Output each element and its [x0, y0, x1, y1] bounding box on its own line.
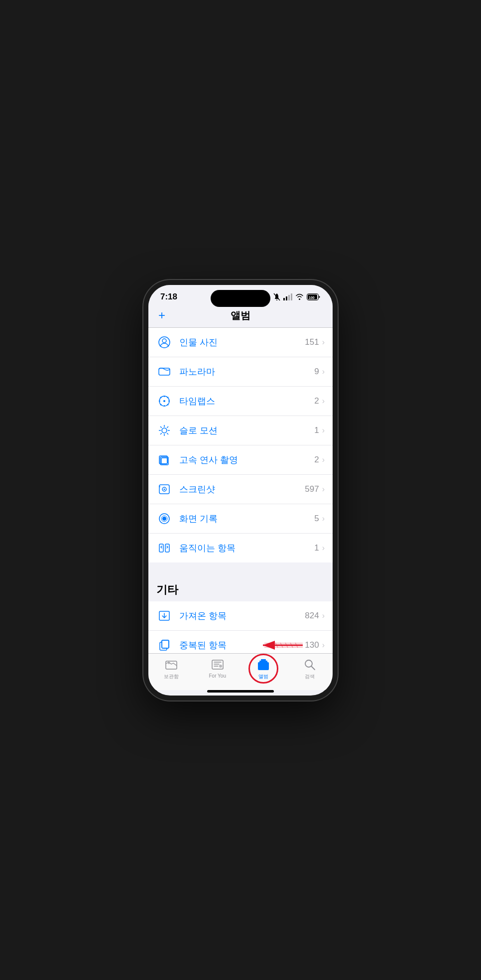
svg-point-21 — [162, 428, 167, 433]
duplicate-icon — [156, 637, 172, 653]
imports-chevron: › — [322, 611, 325, 620]
animated-chevron: › — [322, 544, 325, 553]
library-tab-label: 보관함 — [164, 673, 179, 680]
burst-count: 2 — [314, 455, 319, 465]
library-tab-icon — [164, 658, 178, 672]
svg-rect-3 — [288, 295, 290, 300]
duplicates-chevron: › — [322, 641, 325, 650]
screenshot-label: 스크린샷 — [179, 483, 305, 495]
timelapse-count: 2 — [314, 396, 319, 406]
tab-bar: 보관함 For You 앨범 — [148, 653, 333, 690]
content-scroll[interactable]: 인물 사진 151 › 파노라마 9 › — [148, 328, 333, 653]
timelapse-icon — [156, 393, 172, 409]
screenrecord-icon — [156, 511, 172, 527]
list-item-portraits[interactable]: 인물 사진 151 › — [148, 328, 333, 357]
svg-rect-66 — [261, 659, 266, 661]
portraits-label: 인물 사진 — [179, 336, 305, 348]
burst-label: 고속 연사 촬영 — [179, 454, 314, 466]
imports-label: 가져온 항목 — [179, 610, 305, 622]
svg-rect-62 — [212, 660, 223, 669]
svg-rect-64 — [258, 662, 269, 670]
wifi-icon — [295, 293, 304, 300]
panorama-count: 9 — [314, 367, 319, 377]
screenshot-icon — [156, 481, 172, 497]
svg-point-63 — [219, 665, 222, 668]
list-item-timelapse[interactable]: 타임랩스 2 › — [148, 387, 333, 416]
burst-chevron: › — [322, 455, 325, 464]
albums-tab-label: 앨범 — [258, 673, 268, 680]
list-item-screenshot[interactable]: 스크린샷 597 › — [148, 475, 333, 504]
search-tab-icon — [303, 658, 317, 672]
list-item-burst[interactable]: 고속 연사 촬영 2 › — [148, 445, 333, 475]
add-album-button[interactable]: + — [158, 308, 165, 322]
list-item-slowmo[interactable]: 슬로 모션 1 › — [148, 416, 333, 445]
screenshot-count: 597 — [305, 484, 319, 494]
svg-rect-60 — [166, 661, 177, 669]
panorama-chevron: › — [322, 367, 325, 376]
timelapse-chevron: › — [322, 397, 325, 406]
other-section: 가져온 항목 824 › 중복된 항목 — [148, 601, 333, 653]
battery-icon: 100 — [307, 293, 321, 300]
screenrecord-chevron: › — [322, 514, 325, 523]
svg-text:100: 100 — [309, 295, 315, 299]
tab-library[interactable]: 보관함 — [148, 658, 195, 680]
slowmo-label: 슬로 모션 — [179, 424, 314, 436]
svg-point-35 — [164, 488, 165, 490]
signal-icon — [283, 293, 292, 300]
imports-count: 824 — [305, 611, 319, 621]
tab-search[interactable]: 검색 — [287, 658, 333, 680]
svg-line-29 — [160, 433, 162, 434]
svg-point-37 — [162, 517, 166, 521]
list-item-screenrecord[interactable]: 화면 기록 5 › — [148, 504, 333, 534]
phone-frame: 7:18 — [143, 280, 338, 700]
screenrecord-label: 화면 기록 — [179, 513, 314, 525]
albums-tab-icon — [256, 658, 270, 672]
portraits-chevron: › — [322, 338, 325, 347]
search-tab-label: 검색 — [305, 673, 315, 680]
list-item-animated[interactable]: 움직이는 항목 1 › — [148, 534, 333, 562]
home-indicator — [207, 690, 274, 693]
list-item-duplicates[interactable]: 중복된 항목 — [148, 631, 333, 653]
list-item-panorama[interactable]: 파노라마 9 › — [148, 357, 333, 387]
svg-rect-32 — [161, 458, 167, 464]
import-icon — [156, 608, 172, 624]
screenshot-chevron: › — [322, 485, 325, 494]
foryou-tab-icon — [211, 658, 225, 672]
status-icons: 100 — [273, 293, 321, 301]
svg-line-26 — [160, 426, 162, 428]
nav-bar: + 앨범 — [148, 305, 333, 328]
panorama-label: 파노라마 — [179, 366, 314, 378]
status-time: 7:18 — [160, 292, 177, 302]
svg-rect-65 — [259, 661, 267, 662]
tab-albums[interactable]: 앨범 — [240, 658, 287, 680]
svg-point-12 — [163, 400, 165, 402]
burst-icon — [156, 452, 172, 468]
timelapse-label: 타임랩스 — [179, 395, 314, 407]
panorama-icon — [156, 364, 172, 380]
svg-line-27 — [167, 433, 168, 434]
foryou-tab-label: For You — [209, 673, 226, 679]
dynamic-island — [211, 290, 270, 307]
duplicates-count: 130 — [305, 640, 319, 650]
animated-label: 움직이는 항목 — [179, 542, 314, 554]
svg-rect-43 — [162, 640, 169, 648]
svg-rect-1 — [283, 298, 285, 300]
svg-point-61 — [168, 662, 170, 664]
arrow-annotation — [255, 638, 305, 653]
mute-icon — [273, 293, 280, 301]
section-spacer — [148, 562, 333, 572]
portraits-count: 151 — [305, 337, 319, 347]
animated-icon — [156, 540, 172, 556]
slowmo-icon — [156, 422, 172, 438]
animated-count: 1 — [314, 543, 319, 553]
other-section-header: 기타 — [148, 572, 333, 601]
screenrecord-count: 5 — [314, 514, 319, 524]
portrait-icon — [156, 334, 172, 350]
list-item-imports[interactable]: 가져온 항목 824 › — [148, 601, 333, 631]
slowmo-count: 1 — [314, 425, 319, 435]
svg-line-28 — [167, 426, 168, 428]
svg-point-9 — [162, 339, 166, 343]
svg-line-68 — [311, 666, 315, 670]
media-types-section: 인물 사진 151 › 파노라마 9 › — [148, 328, 333, 562]
tab-foryou[interactable]: For You — [195, 658, 241, 680]
